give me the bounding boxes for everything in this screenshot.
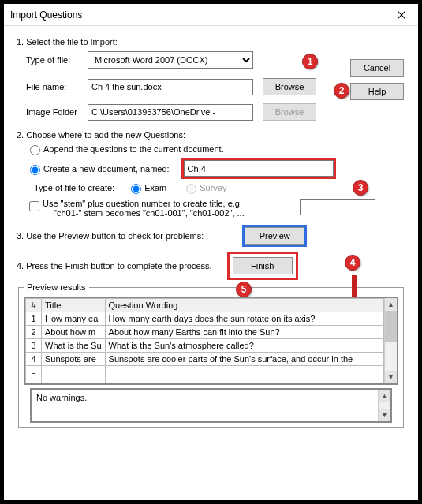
create-new-radio[interactable] bbox=[30, 165, 40, 175]
window-title: Import Questions bbox=[10, 9, 82, 21]
section-2-header: 2. Choose where to add the new Questions… bbox=[17, 130, 410, 140]
scroll-down-icon[interactable]: ▼ bbox=[385, 371, 397, 383]
cell-num: - bbox=[26, 379, 42, 384]
stem-input[interactable] bbox=[300, 199, 375, 215]
close-button[interactable] bbox=[390, 7, 413, 23]
help-button[interactable]: Help bbox=[350, 83, 404, 100]
cell-wording bbox=[105, 379, 383, 384]
cell-num: 3 bbox=[26, 339, 42, 353]
scroll-up-icon[interactable]: ▲ bbox=[385, 298, 397, 311]
cell-wording: About how many Earths can fit into the S… bbox=[105, 326, 383, 339]
table-row[interactable]: - bbox=[26, 366, 384, 379]
exam-label: Exam bbox=[144, 183, 166, 192]
cell-wording: Sunspots are cooler parts of the Sun's s… bbox=[105, 353, 383, 366]
stem-label-1: Use "stem" plus question number to creat… bbox=[43, 199, 245, 208]
cell-num: - bbox=[26, 366, 42, 379]
preview-table-container: # Title Question Wording 1How many eaHow… bbox=[24, 297, 398, 385]
callout-2: 2 bbox=[334, 83, 349, 99]
survey-label: Survey bbox=[200, 183, 226, 192]
append-label: Append the questions to the current docu… bbox=[43, 144, 224, 154]
cell-title: About how m bbox=[42, 326, 106, 339]
cell-num: 4 bbox=[26, 353, 42, 366]
cell-title: Sunspots are bbox=[42, 353, 106, 366]
survey-radio bbox=[186, 184, 196, 194]
callout-1: 1 bbox=[302, 54, 318, 69]
close-icon bbox=[398, 11, 405, 19]
image-folder-label: Image Folder bbox=[26, 107, 88, 117]
browse-file-button[interactable]: Browse bbox=[263, 78, 316, 95]
table-row[interactable]: 1How many eaHow many earth days does the… bbox=[26, 312, 384, 326]
section-1-header: 1. Select the file to Import: bbox=[17, 37, 410, 47]
cell-num: 2 bbox=[26, 326, 42, 339]
stem-checkbox[interactable] bbox=[29, 201, 39, 211]
type-of-file-select[interactable]: Microsoft Word 2007 (DOCX) bbox=[88, 51, 253, 69]
warnings-box: No warnings. ▲ ▼ bbox=[30, 388, 392, 423]
callout-3: 3 bbox=[353, 180, 368, 196]
preview-results-legend: Preview results bbox=[24, 282, 89, 292]
type-to-create-label: Type of file to create: bbox=[34, 183, 114, 192]
browse-folder-button: Browse bbox=[263, 103, 316, 121]
callout-5: 5 bbox=[236, 282, 252, 297]
cell-title: What is the Su bbox=[42, 339, 106, 353]
preview-table[interactable]: # Title Question Wording 1How many eaHow… bbox=[25, 298, 384, 383]
callout-4: 4 bbox=[345, 255, 360, 271]
section-3-header: 3. Use the Preview button to check for p… bbox=[17, 231, 204, 241]
cell-title: How many ea bbox=[42, 312, 106, 326]
finish-button[interactable]: Finish bbox=[233, 257, 293, 274]
cell-title bbox=[42, 366, 106, 379]
cell-wording: How many earth days does the sun rotate … bbox=[105, 312, 383, 326]
scroll-down-icon[interactable]: ▼ bbox=[379, 409, 390, 421]
scroll-thumb[interactable] bbox=[385, 311, 397, 342]
title-bar: Import Questions bbox=[4, 4, 418, 26]
exam-radio[interactable] bbox=[131, 184, 141, 194]
col-header-title[interactable]: Title bbox=[42, 299, 106, 312]
table-row[interactable]: 2About how mAbout how many Earths can fi… bbox=[26, 326, 384, 339]
cell-wording: What is the Sun's atmosphere called? bbox=[105, 339, 383, 353]
cancel-button[interactable]: Cancel bbox=[350, 59, 404, 77]
warnings-scrollbar[interactable]: ▲ ▼ bbox=[378, 390, 390, 421]
file-name-label: File name: bbox=[26, 82, 88, 91]
warnings-text: No warnings. bbox=[36, 393, 87, 402]
create-new-label: Create a new document, named: bbox=[43, 164, 170, 174]
preview-results-group: Preview results # Title Question Wording… bbox=[18, 282, 404, 428]
preview-scrollbar[interactable]: ▲ ▼ bbox=[384, 298, 397, 383]
scroll-up-icon[interactable]: ▲ bbox=[379, 390, 390, 402]
append-radio[interactable] bbox=[30, 145, 40, 155]
col-header-num[interactable]: # bbox=[26, 299, 42, 312]
stem-label-2: "ch01-" stem becomes "ch01-001", "ch01-0… bbox=[54, 208, 245, 218]
cell-num: 1 bbox=[26, 312, 42, 326]
new-document-name-input[interactable] bbox=[184, 160, 334, 177]
section-4-header: 4. Press the Finish button to complete t… bbox=[17, 261, 212, 271]
file-name-input[interactable] bbox=[88, 79, 253, 95]
table-row[interactable]: - bbox=[26, 379, 384, 384]
cell-wording bbox=[105, 366, 383, 379]
table-row[interactable]: 4Sunspots areSunspots are cooler parts o… bbox=[26, 353, 384, 366]
table-row[interactable]: 3What is the SuWhat is the Sun's atmosph… bbox=[26, 339, 384, 353]
col-header-wording[interactable]: Question Wording bbox=[105, 299, 383, 312]
preview-button[interactable]: Preview bbox=[245, 227, 304, 245]
image-folder-input[interactable] bbox=[88, 104, 253, 121]
type-of-file-label: Type of file: bbox=[26, 55, 88, 65]
cell-title bbox=[42, 379, 106, 384]
